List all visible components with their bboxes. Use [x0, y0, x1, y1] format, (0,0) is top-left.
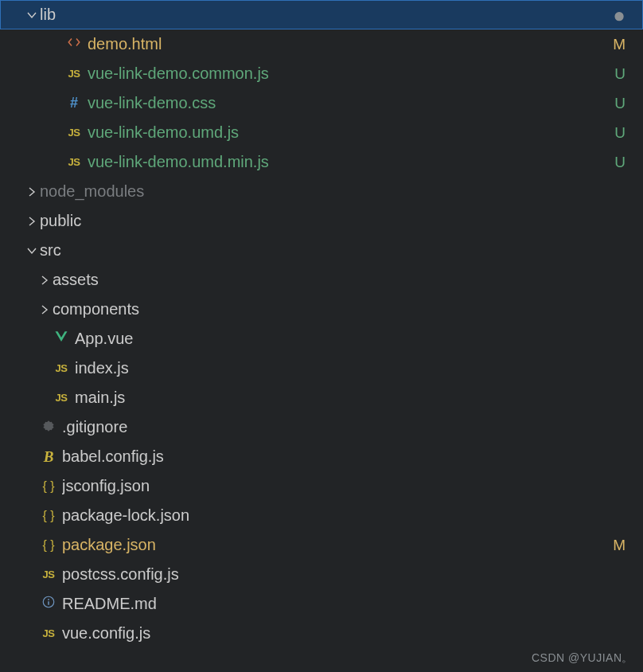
svg-point-1	[48, 599, 49, 600]
json-icon: { }	[40, 530, 57, 560]
babel-icon: B	[40, 442, 57, 471]
file-row[interactable]: Bbabel.config.js	[0, 442, 643, 471]
folder-row[interactable]: components	[0, 295, 643, 324]
folder-row[interactable]: lib●	[0, 0, 643, 29]
json-icon: { }	[40, 501, 57, 530]
css-icon: #	[65, 88, 83, 118]
file-label: postcss.config.js	[62, 560, 643, 589]
file-label: demo.html	[88, 29, 613, 59]
chevron-down-icon[interactable]	[24, 244, 40, 257]
chevron-right-icon[interactable]	[24, 215, 40, 228]
file-row[interactable]: JSvue-link-demo.umd.min.jsU	[0, 147, 643, 177]
file-label: App.vue	[75, 324, 643, 354]
file-row[interactable]: demo.htmlM	[0, 29, 643, 59]
chevron-right-icon[interactable]	[37, 274, 53, 287]
watermark: CSDN @YUJIAN。	[532, 651, 633, 666]
file-row[interactable]: #vue-link-demo.cssU	[0, 88, 643, 118]
git-status-badge: U	[614, 147, 643, 177]
folder-label: src	[40, 236, 643, 265]
file-row[interactable]: { }package-lock.json	[0, 501, 643, 530]
file-row[interactable]: README.md	[0, 589, 643, 619]
file-label: index.js	[75, 354, 643, 383]
file-label: package-lock.json	[62, 501, 643, 530]
file-label: vue.config.js	[62, 619, 643, 648]
file-label: .gitignore	[62, 412, 643, 442]
html-icon	[65, 29, 83, 59]
file-label: babel.config.js	[62, 442, 643, 471]
chevron-right-icon[interactable]	[24, 186, 40, 198]
git-status-badge: U	[614, 118, 643, 147]
file-row[interactable]: JSindex.js	[0, 354, 643, 383]
file-row[interactable]: { }jsconfig.json	[0, 471, 643, 501]
js-icon: JS	[40, 619, 57, 648]
file-label: vue-link-demo.umd.js	[88, 118, 614, 147]
file-label: jsconfig.json	[62, 471, 643, 501]
chevron-right-icon[interactable]	[37, 303, 53, 316]
file-explorer-tree: lib●demo.htmlMJSvue-link-demo.common.jsU…	[0, 0, 643, 648]
git-status-badge: U	[614, 88, 643, 118]
js-icon: JS	[53, 354, 70, 383]
svg-rect-2	[48, 601, 49, 605]
file-row[interactable]: .gitignore	[0, 412, 643, 442]
file-label: vue-link-demo.common.js	[88, 59, 614, 88]
chevron-down-icon[interactable]	[24, 9, 40, 21]
folder-row[interactable]: assets	[0, 265, 643, 295]
file-row[interactable]: JSvue-link-demo.common.jsU	[0, 59, 643, 88]
folder-label: node_modules	[40, 177, 643, 206]
file-row[interactable]: JSvue.config.js	[0, 619, 643, 648]
vue-icon	[53, 324, 70, 354]
git-status-badge: M	[613, 530, 643, 560]
file-label: README.md	[62, 589, 643, 619]
file-label: vue-link-demo.css	[88, 88, 614, 118]
file-label: package.json	[62, 530, 613, 560]
info-icon	[40, 589, 57, 619]
folder-label: lib	[40, 0, 613, 29]
file-row[interactable]: JSpostcss.config.js	[0, 560, 643, 589]
file-row[interactable]: App.vue	[0, 324, 643, 354]
file-label: vue-link-demo.umd.min.js	[88, 147, 614, 177]
folder-label: components	[53, 295, 643, 324]
ignore-icon	[40, 412, 57, 442]
file-row[interactable]: JSmain.js	[0, 383, 643, 412]
folder-label: assets	[53, 265, 643, 295]
js-icon: JS	[65, 59, 83, 88]
json-icon: { }	[40, 471, 57, 501]
file-label: main.js	[75, 383, 643, 412]
folder-label: public	[40, 206, 643, 236]
js-icon: JS	[65, 118, 83, 147]
file-row[interactable]: { }package.jsonM	[0, 530, 643, 560]
git-status-badge: U	[614, 59, 643, 88]
js-icon: JS	[53, 383, 70, 412]
file-row[interactable]: JSvue-link-demo.umd.jsU	[0, 118, 643, 147]
js-icon: JS	[65, 147, 83, 177]
js-icon: JS	[40, 560, 57, 589]
folder-row[interactable]: src	[0, 236, 643, 265]
dirty-dot-icon: ●	[613, 5, 643, 25]
git-status-badge: M	[613, 29, 643, 59]
folder-row[interactable]: public	[0, 206, 643, 236]
folder-row[interactable]: node_modules	[0, 177, 643, 206]
